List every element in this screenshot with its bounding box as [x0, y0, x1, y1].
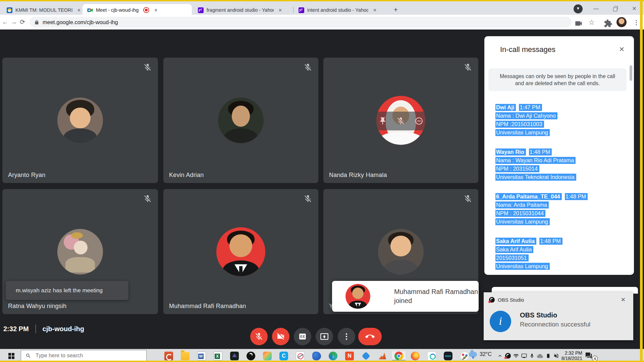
- search-icon: [25, 353, 31, 359]
- mic-toggle-button[interactable]: [250, 328, 268, 345]
- matlab-icon: [378, 352, 387, 360]
- message-line: Universitas Lampung: [495, 129, 550, 136]
- action-center-icon: [585, 352, 592, 359]
- taskbar-item-firefox[interactable]: [409, 351, 422, 361]
- new-tab-button[interactable]: +: [391, 5, 400, 15]
- pin-icon[interactable]: [378, 117, 387, 125]
- taskbar-item-android-studio[interactable]: [425, 351, 438, 361]
- notification-close-icon[interactable]: ✕: [619, 296, 627, 304]
- end-call-button[interactable]: [358, 328, 382, 345]
- action-center-button[interactable]: 4: [585, 352, 595, 360]
- camera-in-use-icon[interactable]: [574, 19, 583, 28]
- participant-tile[interactable]: Aryanto Ryan: [2, 58, 158, 183]
- message-line: NPM : 20315014: [495, 165, 539, 172]
- tray-mic-icon[interactable]: [528, 353, 536, 359]
- avatar: [378, 229, 424, 275]
- remove-participant-icon[interactable]: [415, 117, 423, 125]
- taskbar-item-camtasia[interactable]: C: [277, 351, 290, 361]
- taskbar-item-nox[interactable]: nox: [441, 351, 455, 361]
- tab-close-icon[interactable]: ✕: [153, 7, 159, 13]
- taskbar-weather[interactable]: 32°C: [469, 351, 492, 357]
- message-line: Universitas Lampung: [495, 263, 550, 270]
- tray-wifi-icon[interactable]: [512, 353, 520, 359]
- tab-title: intent android studio - Yahoo Ima: [307, 7, 368, 13]
- tab-close-icon[interactable]: ✕: [76, 7, 82, 13]
- address-bar[interactable]: meet.google.com/cjb-woud-ihg: [30, 17, 572, 27]
- obs-capture-border: [0, 361, 644, 362]
- taskbar-item-word[interactable]: W: [195, 351, 208, 361]
- chat-message: Wayan Rio1:48 PM Nama : Wayan Rio Adi Pr…: [495, 148, 625, 181]
- taskbar-item-powerpoint[interactable]: [162, 351, 175, 361]
- media-control-button[interactable]: ▼: [574, 4, 583, 13]
- message-line: Nama : Wayan Rio Adi Pratama: [495, 157, 576, 164]
- taskbar-item-idm[interactable]: ↓: [326, 351, 340, 361]
- panel-close-icon[interactable]: ✕: [617, 45, 627, 54]
- tab-yahoo-fragment[interactable]: fragment android studio - Yahoo ✕: [194, 4, 292, 16]
- start-button[interactable]: [5, 352, 18, 360]
- taskbar-item-chrome[interactable]: [392, 351, 406, 361]
- participant-name: Kevin Adrian: [169, 172, 204, 179]
- search-input[interactable]: [35, 352, 137, 359]
- tab-kmmi[interactable]: KMMI TM: MODUL TEORI ACTIVI ✕: [3, 4, 83, 16]
- taskbar-item-dev-app[interactable]: [228, 351, 241, 361]
- tab-yahoo-intent[interactable]: intent android studio - Yahoo Ima ✕: [294, 4, 386, 16]
- participant-tile[interactable]: Muhammad Rafi Ramadhan: [163, 189, 318, 314]
- clock-time: 2:32 PM: [559, 350, 582, 356]
- taskbar-item-diamond-app[interactable]: [359, 351, 373, 361]
- reload-icon[interactable]: ⟳: [17, 17, 28, 27]
- taskbar-item-blue-app[interactable]: [310, 351, 323, 361]
- window-restore-button[interactable]: [608, 4, 622, 13]
- camera-toggle-button[interactable]: [272, 328, 289, 345]
- bookmark-star-icon[interactable]: ☆: [587, 18, 596, 27]
- captions-button[interactable]: [294, 328, 311, 345]
- taskbar-item-adobe-cc[interactable]: [261, 351, 274, 361]
- taskbar-item-matlab[interactable]: [376, 351, 389, 361]
- window-minimize-button[interactable]: —: [589, 4, 603, 13]
- tab-close-icon[interactable]: ✕: [372, 7, 378, 13]
- window-close-button[interactable]: ✕: [628, 4, 641, 13]
- chat-message: 6_Arda Paitama_TE_0441:48 PM Nama: Arda …: [495, 192, 625, 226]
- obs-icon: [247, 352, 255, 360]
- camera-off-icon: [276, 332, 285, 341]
- browser-menu-icon[interactable]: ⋮: [632, 18, 641, 27]
- taskbar-item-nitro-pdf[interactable]: N: [343, 351, 356, 361]
- taskbar-item-file-explorer[interactable]: [178, 351, 192, 361]
- mute-icon[interactable]: [396, 117, 405, 125]
- participant-name: Aryanto Ryan: [8, 172, 45, 179]
- tray-onedrive-icon[interactable]: [536, 353, 544, 359]
- message-time: 1:48 PM: [529, 148, 552, 156]
- tray-battery-icon[interactable]: [544, 353, 552, 358]
- message-time: 1:47 PM: [519, 104, 542, 111]
- adobe-cc-icon: [263, 352, 272, 360]
- profile-avatar[interactable]: [616, 17, 627, 27]
- nitro-pdf-icon: N: [345, 352, 354, 360]
- tray-obs-icon[interactable]: [504, 353, 512, 359]
- tray-display-icon[interactable]: [520, 353, 528, 359]
- taskbar-search[interactable]: [21, 350, 147, 361]
- more-options-button[interactable]: [338, 328, 355, 345]
- scrollbar-thumb[interactable]: [630, 65, 632, 81]
- message-line: Saka Arif Aulia: [495, 246, 533, 253]
- tray-expand-icon[interactable]: [496, 353, 504, 359]
- message-line: Nama: Arda Paitama: [495, 201, 549, 208]
- tile-hover-controls: [374, 112, 428, 130]
- windows-taskbar: W X C ↓ N nox 32°C 2:32: [0, 349, 644, 362]
- present-button[interactable]: [316, 328, 333, 345]
- participant-tile[interactable]: Kevin Adrian: [163, 58, 318, 183]
- temperature: 32°C: [480, 351, 492, 357]
- tab-close-icon[interactable]: ✕: [277, 7, 283, 13]
- tab-meet[interactable]: Meet - cjb-woud-ihg ✕: [83, 4, 192, 16]
- taskbar-clock[interactable]: 2:32 PM 8/18/2021: [559, 350, 582, 361]
- taskbar-item-snipping-tool[interactable]: [293, 351, 307, 361]
- obs-logo-icon: [489, 297, 495, 303]
- lock-icon[interactable]: [34, 20, 39, 25]
- sender-name: 6_Arda Paitama_TE_044: [495, 193, 562, 200]
- obs-notification[interactable]: OBS Studio ✕ i OBS Studio Reconnection s…: [484, 292, 633, 340]
- participant-tile[interactable]: Nanda Rizky Hamala: [323, 58, 478, 183]
- extensions-puzzle-icon[interactable]: [604, 19, 612, 28]
- taskbar-item-excel[interactable]: X: [211, 351, 225, 361]
- avatar: [216, 227, 265, 276]
- joined-verb: joined: [394, 296, 478, 305]
- taskbar-item-obs-studio[interactable]: [244, 351, 258, 361]
- chrome-icon: [394, 352, 403, 360]
